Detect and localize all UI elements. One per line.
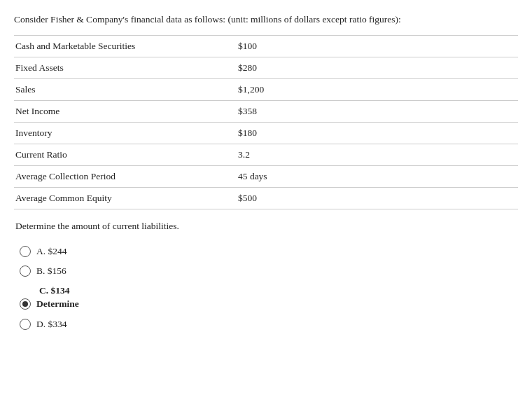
- row-label: Average Collection Period: [14, 166, 196, 188]
- row-value: 45 days: [196, 166, 518, 188]
- option-c-wrapper: C. $134 Determine: [20, 285, 518, 311]
- radio-a[interactable]: [20, 246, 31, 257]
- table-row: Inventory$180: [14, 123, 518, 144]
- option-c-label: C. $134: [39, 285, 518, 296]
- option-c-sub-label: Determine: [36, 298, 79, 311]
- row-label: Current Ratio: [14, 144, 196, 166]
- option-a[interactable]: A. $244: [20, 245, 518, 258]
- intro-text: Consider Fisher & Company's financial da…: [14, 13, 518, 27]
- financial-data-table: Cash and Marketable Securities$100Fixed …: [14, 35, 518, 209]
- table-row: Cash and Marketable Securities$100: [14, 36, 518, 57]
- table-row: Average Common Equity$500: [14, 188, 518, 209]
- table-row: Average Collection Period45 days: [14, 166, 518, 188]
- table-row: Current Ratio3.2: [14, 144, 518, 166]
- option-b-label: B. $156: [36, 265, 66, 278]
- row-label: Average Common Equity: [14, 188, 196, 209]
- radio-b[interactable]: [20, 265, 31, 277]
- radio-d[interactable]: [20, 319, 31, 330]
- option-d[interactable]: D. $334: [20, 318, 518, 331]
- radio-c-inner: [22, 301, 28, 307]
- row-value: $180: [196, 123, 518, 144]
- row-value: $358: [196, 101, 518, 123]
- option-b[interactable]: B. $156: [20, 265, 518, 278]
- row-label: Sales: [14, 79, 196, 101]
- question-text: Determine the amount of current liabilit…: [15, 219, 517, 233]
- table-row: Net Income$358: [14, 101, 518, 123]
- option-a-label: A. $244: [36, 245, 67, 258]
- row-value: 3.2: [196, 144, 518, 166]
- row-label: Inventory: [14, 123, 196, 144]
- table-row: Fixed Assets$280: [14, 57, 518, 79]
- row-value: $1,200: [196, 79, 518, 101]
- row-label: Cash and Marketable Securities: [14, 36, 196, 57]
- row-value: $100: [196, 36, 518, 57]
- option-c-sub[interactable]: Determine: [20, 298, 518, 311]
- answer-options: A. $244 B. $156 C. $134 Determine D. $33…: [20, 245, 518, 332]
- row-label: Net Income: [14, 101, 196, 123]
- option-d-label: D. $334: [36, 318, 67, 331]
- radio-c[interactable]: [20, 298, 31, 310]
- row-value: $500: [196, 188, 518, 209]
- row-label: Fixed Assets: [14, 57, 196, 79]
- table-row: Sales$1,200: [14, 79, 518, 101]
- row-value: $280: [196, 57, 518, 79]
